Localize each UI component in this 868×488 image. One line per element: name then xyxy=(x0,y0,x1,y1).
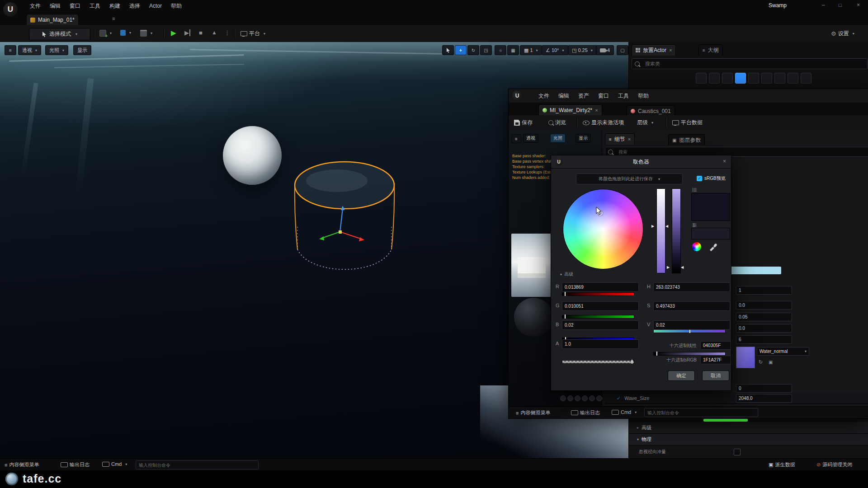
tab-layer-params[interactable]: ▣ 图层参数 xyxy=(668,134,705,145)
tab-details[interactable]: ≡ 细节 × xyxy=(605,133,635,145)
mi-vp-lit-button[interactable]: 光照 xyxy=(550,134,566,143)
r-slider[interactable] xyxy=(562,292,634,296)
minimize-button[interactable]: – xyxy=(822,2,825,8)
color-themes-icon[interactable] xyxy=(692,242,701,251)
hex-linear-field[interactable]: 040305F xyxy=(700,341,731,350)
param-value-field[interactable]: 1 xyxy=(736,286,792,295)
move-tool-icon[interactable]: + xyxy=(455,45,467,55)
world-space-icon[interactable]: ○ xyxy=(495,45,506,55)
class-search-input[interactable] xyxy=(642,61,864,66)
all-classes-icon[interactable] xyxy=(801,73,811,84)
details-search-input[interactable] xyxy=(616,150,868,155)
physics-category-row[interactable]: ▾ 物理 xyxy=(629,434,868,446)
menu-select[interactable]: 选择 xyxy=(125,0,145,12)
v-slider[interactable] xyxy=(653,352,726,356)
visual-effects-icon[interactable] xyxy=(761,73,772,84)
mi-save-button[interactable]: 保存 xyxy=(514,119,533,127)
a-value-field[interactable]: 1.0 xyxy=(562,339,639,349)
mi-cmd-dropdown[interactable]: Cmd ▾ xyxy=(612,409,637,415)
mi-content-drawer-button[interactable]: ≡ 内容侧滑菜单 xyxy=(516,409,550,416)
menu-file[interactable]: 文件 xyxy=(25,0,45,12)
eject-button[interactable]: ▲ xyxy=(212,29,217,36)
shapes-icon[interactable] xyxy=(735,73,746,84)
saturation-slider-handle[interactable]: ▶ xyxy=(651,224,654,228)
texture-select-dropdown[interactable]: Water_normal▾ xyxy=(757,347,809,356)
texture-thumbnail[interactable] xyxy=(736,347,755,368)
maximize-button[interactable]: □ xyxy=(839,2,842,8)
output-log-button[interactable]: 输出日志 xyxy=(61,461,90,468)
select-tool-icon[interactable] xyxy=(442,45,454,55)
derived-data-button[interactable]: ▣ 派生数据 xyxy=(769,461,795,468)
texture-refresh-icon[interactable]: ↻ xyxy=(759,359,763,365)
cinematic-icon[interactable] xyxy=(748,73,759,84)
close-place-actors-icon[interactable]: × xyxy=(669,47,672,53)
blueprints-dropdown[interactable]: ▾ xyxy=(120,30,131,36)
param-value-field[interactable]: 0.05 xyxy=(736,313,792,321)
maximize-viewport-icon[interactable]: ▢ xyxy=(617,45,628,55)
param-value-field[interactable]: 0 xyxy=(736,384,792,393)
mi-vp-menu-icon[interactable]: ≡ xyxy=(511,134,521,143)
mi-hierarchy-dropdown[interactable]: 层级 ▾ xyxy=(637,119,653,127)
mi-vp-perspective-button[interactable]: 透视 xyxy=(523,134,538,143)
viewport-show-button[interactable]: 显示 xyxy=(73,45,91,55)
grid-snap-control[interactable]: ▦ 1▾ xyxy=(520,45,542,55)
hex-srgb-field[interactable]: 1F1A27F xyxy=(700,356,731,364)
mi-menu-file[interactable]: 文件 xyxy=(534,90,554,102)
viewport-menu-icon[interactable]: ≡ xyxy=(5,45,16,55)
value-slider[interactable] xyxy=(672,188,681,273)
color-wheel[interactable] xyxy=(563,189,643,269)
mi-menu-asset[interactable]: 资产 xyxy=(574,90,594,102)
advanced-category-row[interactable]: ▸ 高级 xyxy=(629,422,868,434)
cancel-button[interactable]: 取消 xyxy=(702,371,729,381)
eyedropper-icon[interactable] xyxy=(708,242,717,251)
mi-browse-button[interactable]: 浏览 xyxy=(548,119,566,127)
cmd-dropdown[interactable]: Cmd ▾ xyxy=(102,461,127,467)
tab-options-icon[interactable]: ≡ xyxy=(112,16,115,21)
settings-dropdown[interactable]: ⚙ 设置 ▾ xyxy=(831,30,854,38)
s-slider[interactable] xyxy=(653,329,726,333)
dialog-close-icon[interactable]: × xyxy=(723,158,726,164)
vp-mini-icon[interactable] xyxy=(575,395,580,401)
close-button[interactable]: × xyxy=(857,2,860,8)
volumes-icon[interactable] xyxy=(788,73,798,84)
ok-button[interactable]: 确定 xyxy=(668,371,695,381)
scale-tool-icon[interactable]: ◳ xyxy=(480,45,492,55)
g-slider[interactable] xyxy=(562,315,634,319)
color-dropzone-combo[interactable]: 将颜色拖放到此处进行保存 ▾ xyxy=(576,174,683,184)
recently-placed-icon[interactable] xyxy=(696,73,707,84)
menu-tools[interactable]: 工具 xyxy=(85,0,105,12)
ignore-radial-impulse-checkbox[interactable] xyxy=(734,449,741,455)
h-value-field[interactable]: 263.023743 xyxy=(653,282,730,292)
texture-copy-icon[interactable]: ▣ xyxy=(769,360,773,365)
mi-menu-help[interactable]: 帮助 xyxy=(633,90,653,102)
surface-snap-icon[interactable]: ▦ xyxy=(507,45,519,55)
vp-mini-icon[interactable] xyxy=(567,395,573,401)
srgb-checkbox[interactable]: ✓ xyxy=(697,176,702,181)
content-drawer-button[interactable]: ≡ 内容侧滑菜单 xyxy=(5,461,39,468)
r-value-field[interactable]: 0.013869 xyxy=(562,282,639,292)
play-button[interactable]: ▶ xyxy=(171,29,176,37)
menu-help[interactable]: 帮助 xyxy=(166,0,186,12)
value-slider-handle[interactable]: ◀ xyxy=(681,265,684,269)
sphere-actor[interactable] xyxy=(223,126,282,185)
selected-param-highlight[interactable] xyxy=(728,267,781,274)
param-value-field[interactable]: 0.0 xyxy=(736,324,792,333)
mi-menu-tools[interactable]: 工具 xyxy=(613,90,633,102)
vp-mini-icon[interactable] xyxy=(582,395,588,401)
mi-show-inactive-button[interactable]: 显示未激活项 xyxy=(583,119,624,127)
select-mode-dropdown[interactable]: 选择模式 ▾ xyxy=(29,28,90,40)
color-picker-titlebar[interactable]: U 取色器 × xyxy=(551,155,731,169)
wave-size-row[interactable]: ✓ Wave_Size 2048.0 xyxy=(605,393,868,404)
mi-console-input[interactable] xyxy=(644,408,758,417)
viewport-perspective-button[interactable]: 透视▾ xyxy=(18,45,41,55)
v-value-field[interactable]: 0.02 xyxy=(653,320,730,330)
menu-actor[interactable]: Actor xyxy=(145,0,166,12)
menu-build[interactable]: 构建 xyxy=(105,0,125,12)
stop-button[interactable]: ■ xyxy=(199,29,203,36)
mi-menu-edit[interactable]: 编辑 xyxy=(554,90,574,102)
advanced-toggle[interactable]: ▾ 高级 xyxy=(558,271,573,277)
a-slider[interactable] xyxy=(562,360,634,364)
close-details-icon[interactable]: × xyxy=(628,136,631,142)
wave-size-checkbox[interactable]: ✓ xyxy=(617,395,621,401)
b-value-field[interactable]: 0.02 xyxy=(562,320,639,330)
